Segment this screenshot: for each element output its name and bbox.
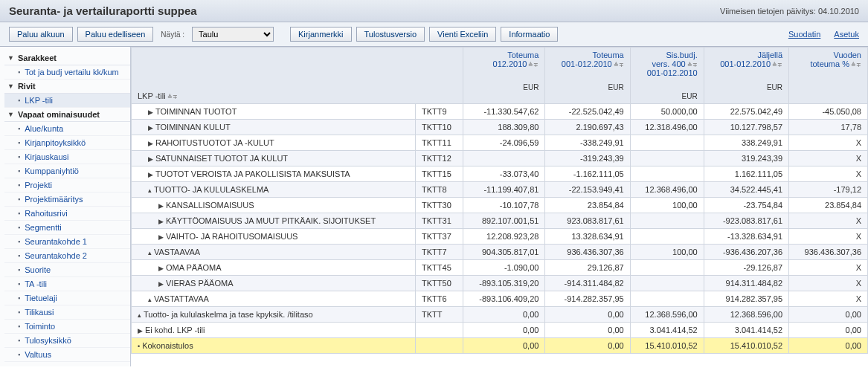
row-label-cell[interactable]: •Kokonaistulos bbox=[132, 338, 416, 354]
expand-icon[interactable]: ▶ bbox=[158, 265, 164, 272]
bullet-icon[interactable]: • bbox=[138, 343, 140, 350]
sidebar-section-rows[interactable]: ▼ Rivit bbox=[4, 80, 130, 94]
sidebar-item-lkp-tili[interactable]: ▪ LKP -tili bbox=[4, 94, 130, 108]
column-header-vuoden-toteuma[interactable]: Vuodentoteuma %≜∓ bbox=[789, 48, 868, 104]
table-row[interactable]: ▶RAHOITUSTUOTOT JA -KULUTTKTT11-24.096,5… bbox=[132, 135, 868, 151]
table-row[interactable]: ▶TOIMINNAN KULUTTKTT10188.309,802.190.69… bbox=[132, 120, 868, 135]
row-code-cell: TKTT50 bbox=[416, 276, 463, 291]
row-label-cell[interactable]: ▶SATUNNAISET TUOTOT JA KULUT bbox=[132, 151, 416, 166]
table-row[interactable]: ▶VAIHTO- JA RAHOITUSOMAISUUSTKTT3712.208… bbox=[132, 229, 868, 245]
collapse-icon[interactable]: ▴ bbox=[138, 311, 141, 319]
table-row[interactable]: ▶TUOTOT VEROISTA JA PAKOLLISISTA MAKSUIS… bbox=[132, 166, 868, 182]
sidebar-item-toiminto[interactable]: ▪Toiminto bbox=[4, 320, 130, 334]
sidebar-item-suorite[interactable]: ▪Suorite bbox=[4, 263, 130, 277]
row-code-cell: TKTT10 bbox=[416, 120, 463, 135]
row-label-cell[interactable]: ▶KANSALLISOMAISUUS bbox=[132, 198, 416, 213]
row-label-cell[interactable]: ▶TOIMINNAN TUOTOT bbox=[132, 104, 416, 120]
sort-icon: ≜∓ bbox=[528, 62, 539, 68]
sidebar-item-ta-tili[interactable]: ▪TA -tili bbox=[4, 277, 130, 291]
row-account-name: VASTATTAVAA bbox=[154, 294, 209, 303]
row-label-cell[interactable]: ▴VASTATTAVAA bbox=[132, 291, 416, 307]
sidebar-item-seurantakohde-2[interactable]: ▪Seurantakohde 2 bbox=[4, 249, 130, 263]
sidebar-item-segmentti[interactable]: ▪Segmentti bbox=[4, 221, 130, 235]
row-label-cell[interactable]: ▶KÄYTTÖOMAISUUS JA MUUT PITKÄAIK. SIJOIT… bbox=[132, 213, 416, 229]
print-version-button[interactable]: Tulostusversio bbox=[356, 27, 425, 42]
sidebar-item-kirjauskausi[interactable]: ▪Kirjauskausi bbox=[4, 150, 130, 164]
sidebar-section-free-attributes[interactable]: ▼ Vapaat ominaisuudet bbox=[4, 108, 130, 122]
expand-icon[interactable]: ▶ bbox=[158, 202, 164, 210]
table-row[interactable]: ▴TUOTTO- JA KULULASKELMATKTT8-11.199.407… bbox=[132, 182, 868, 198]
table-row[interactable]: •Kokonaistulos0,000,0015.410.010,5215.41… bbox=[132, 338, 868, 354]
back-previous-button[interactable]: Paluu edelliseen bbox=[77, 27, 154, 42]
column-header-sisbudj[interactable]: Sis.budj.vers. 400≜∓001-012.2010 EUR bbox=[630, 48, 704, 104]
table-row[interactable]: ▶TOIMINNAN TUOTOTTKTT9-11.330.547,62-22.… bbox=[132, 104, 868, 120]
settings-link[interactable]: Asetuk bbox=[834, 30, 859, 39]
view-select[interactable]: Taulu bbox=[192, 27, 274, 42]
collapse-icon[interactable]: ▴ bbox=[148, 187, 152, 194]
value-cell: 1.162.111,05 bbox=[704, 166, 788, 182]
row-label-cell[interactable]: ▶VIERAS PÄÄOMA bbox=[132, 276, 416, 291]
export-excel-button[interactable]: Vienti Exceliin bbox=[429, 27, 496, 42]
table-row[interactable]: ▶SATUNNAISET TUOTOT JA KULUTTKTT12-319.2… bbox=[132, 151, 868, 166]
row-account-name: TOIMINNAN KULUT bbox=[155, 123, 231, 132]
table-row[interactable]: ▴VASTATTAVAATKTT6-893.106.409,20-914.282… bbox=[132, 291, 868, 307]
expand-icon[interactable]: ▶ bbox=[148, 124, 153, 132]
sidebar-item-projektimaaritys[interactable]: ▪Projektimääritys bbox=[4, 192, 130, 207]
sidebar-item-seurantakohde-1[interactable]: ▪Seurantakohde 1 bbox=[4, 235, 130, 249]
expand-icon[interactable]: ▶ bbox=[158, 218, 164, 225]
expand-icon[interactable]: ▶ bbox=[138, 327, 143, 334]
column-header-jaljella[interactable]: Jäljellä001-012.2010≜∓ EUR bbox=[704, 48, 788, 104]
row-label-cell[interactable]: ▶OMA PÄÄOMA bbox=[132, 260, 416, 276]
table-row[interactable]: ▶Ei kohd. LKP -tili0,000,003.041.414,523… bbox=[132, 323, 868, 338]
row-label-cell[interactable]: ▶Ei kohd. LKP -tili bbox=[132, 323, 416, 338]
expand-icon[interactable]: ▶ bbox=[148, 109, 153, 116]
sidebar-item-projekti[interactable]: ▪Projekti bbox=[4, 178, 130, 192]
sidebar-item-valtuus[interactable]: ▪Valtuus bbox=[4, 348, 130, 362]
column-header-toteuma-001-012[interactable]: Toteuma001-012.2010≜∓ EUR bbox=[545, 48, 630, 104]
collapse-icon[interactable]: ▴ bbox=[148, 249, 152, 256]
unit-label: EUR bbox=[710, 83, 782, 91]
sidebar-section-label: Rivit bbox=[18, 82, 36, 91]
table-row[interactable]: ▶OMA PÄÄOMATKTT45-1.090,0029.126,87-29.1… bbox=[132, 260, 868, 276]
row-label-cell[interactable]: ▶TOIMINNAN KULUT bbox=[132, 120, 416, 135]
sidebar-item-tot-budj[interactable]: ▪ Tot ja budj vertailu kk/kum bbox=[4, 65, 130, 80]
row-label-cell[interactable]: ▶TUOTOT VEROISTA JA PAKOLLISISTA MAKSUIS… bbox=[132, 166, 416, 182]
column-header-lkp-tili[interactable]: LKP -tili≜∓ bbox=[132, 48, 463, 104]
sidebar-item-kirjanpitoyksikko[interactable]: ▪Kirjanpitoyksikkö bbox=[4, 136, 130, 150]
row-label-cell[interactable]: ▴VASTAAVAA bbox=[132, 245, 416, 260]
value-cell: -11.199.407,81 bbox=[463, 182, 545, 198]
sidebar-item-rahoitusrivi[interactable]: ▪Rahoitusrivi bbox=[4, 207, 130, 221]
table-row[interactable]: ▶KANSALLISOMAISUUSTKTT30-10.107,7823.854… bbox=[132, 198, 868, 213]
information-button[interactable]: Informaatio bbox=[501, 27, 558, 42]
table-row[interactable]: ▶VIERAS PÄÄOMATKTT50-893.105.319,20-914.… bbox=[132, 276, 868, 291]
row-label-cell[interactable]: ▶RAHOITUSTUOTOT JA -KULUT bbox=[132, 135, 416, 151]
collapse-icon[interactable]: ▴ bbox=[148, 296, 152, 303]
sidebar-item-tilikausi[interactable]: ▪Tilikausi bbox=[4, 305, 130, 320]
row-label-cell[interactable]: ▴TUOTTO- JA KULULASKELMA bbox=[132, 182, 416, 198]
table-row[interactable]: ▴VASTAAVAATKTT7904.305.817,01936.436.307… bbox=[132, 245, 868, 260]
row-label-cell[interactable]: ▶VAIHTO- JA RAHOITUSOMAISUUS bbox=[132, 229, 416, 245]
value-cell: 22.575.042,49 bbox=[704, 104, 788, 120]
row-label-cell[interactable]: ▴Tuotto- ja kululaskelma ja tase kpyksik… bbox=[132, 307, 416, 323]
table-row[interactable]: ▶KÄYTTÖOMAISUUS JA MUUT PITKÄAIK. SIJOIT… bbox=[132, 213, 868, 229]
expand-icon[interactable]: ▶ bbox=[148, 140, 153, 147]
sidebar-item-tulosyksikko[interactable]: ▪Tulosyksikkö bbox=[4, 334, 130, 348]
value-cell: 0,00 bbox=[545, 307, 630, 323]
back-to-start-button[interactable]: Paluu alkuun bbox=[9, 27, 73, 42]
sidebar-item-kumppaniyhtio[interactable]: ▪Kumppaniyhtiö bbox=[4, 164, 130, 178]
expand-icon[interactable]: ▶ bbox=[158, 280, 164, 288]
table-row[interactable]: ▴Tuotto- ja kululaskelma ja tase kpyksik… bbox=[132, 307, 868, 323]
value-cell: 12.208.923,28 bbox=[463, 229, 545, 245]
column-header-toteuma-012[interactable]: Toteuma012.2010≜∓ EUR bbox=[463, 48, 545, 104]
sidebar-item-label: Toiminto bbox=[25, 322, 55, 331]
sidebar-item-alue[interactable]: ▪Alue/kunta bbox=[4, 122, 130, 136]
expand-icon[interactable]: ▶ bbox=[158, 233, 164, 241]
bookmark-button[interactable]: Kirjanmerkki bbox=[290, 27, 352, 42]
filter-link[interactable]: Suodatin bbox=[788, 30, 820, 39]
sidebar-item-tietuelaji[interactable]: ▪Tietuelaji bbox=[4, 291, 130, 305]
sidebar-section-columns[interactable]: ▼ Sarakkeet bbox=[4, 51, 130, 65]
bullet-icon: ▪ bbox=[18, 224, 20, 231]
expand-icon[interactable]: ▶ bbox=[148, 171, 153, 178]
expand-icon[interactable]: ▶ bbox=[148, 155, 153, 163]
row-code-cell: TKTT6 bbox=[416, 291, 463, 307]
